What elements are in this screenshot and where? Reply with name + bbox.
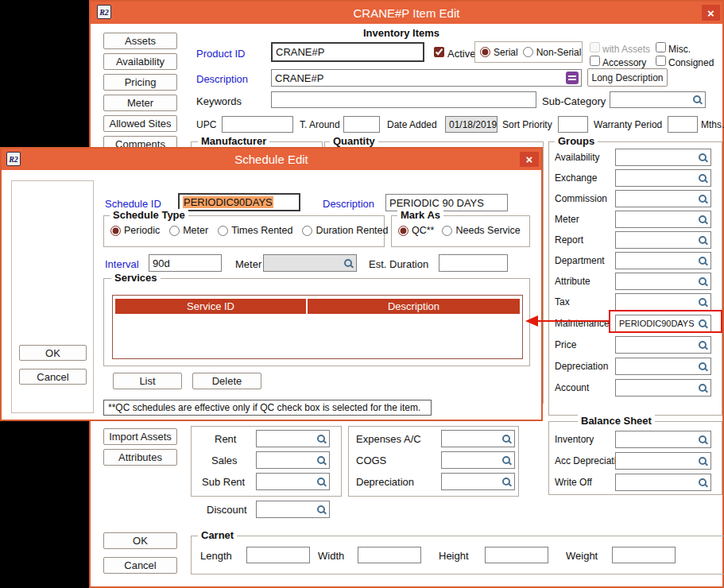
ok-button[interactable]: OK	[19, 345, 87, 361]
groups-input-attribute[interactable]	[615, 273, 711, 290]
balance-input-write-off[interactable]	[615, 474, 711, 491]
misc-checkbox[interactable]	[656, 42, 666, 52]
search-icon[interactable]	[698, 340, 708, 350]
schedule-id-input[interactable]: PERIODIC90DAYS	[178, 193, 300, 211]
groups-input-availability[interactable]	[615, 149, 711, 166]
search-icon[interactable]	[501, 455, 512, 466]
times-rented-radio[interactable]	[218, 226, 228, 236]
duration-rented-radio[interactable]	[302, 226, 312, 236]
long-description-button[interactable]: Long Description	[587, 68, 668, 87]
search-icon[interactable]	[316, 477, 327, 487]
depreciation-input[interactable]	[441, 473, 515, 490]
meter-radio[interactable]	[169, 226, 180, 236]
delete-button[interactable]: Delete	[192, 373, 261, 389]
search-icon[interactable]	[501, 434, 512, 444]
services-column-description[interactable]: Description	[308, 299, 520, 314]
search-icon[interactable]	[698, 277, 708, 287]
keywords-input[interactable]	[271, 91, 536, 108]
sales-input[interactable]	[256, 451, 330, 469]
search-icon[interactable]	[698, 173, 708, 184]
periodic-radio[interactable]	[110, 226, 121, 236]
needs-service-radio[interactable]	[442, 226, 452, 236]
interval-input[interactable]: 90d	[149, 254, 222, 272]
product-id-input[interactable]: CRANE#P	[271, 42, 424, 62]
sidebar-button-meter[interactable]: Meter	[103, 95, 177, 111]
search-icon[interactable]	[698, 153, 708, 163]
non-serial-radio[interactable]	[523, 47, 533, 57]
balance-input-acc-depreciation[interactable]	[615, 452, 711, 470]
item-edit-title-bar[interactable]: CRANE#P Item Edit R2 ×	[91, 2, 722, 24]
search-icon[interactable]	[316, 505, 327, 515]
sidebar-button-allowed-sites[interactable]: Allowed Sites	[103, 115, 177, 132]
search-icon[interactable]	[698, 235, 708, 246]
groups-input-price[interactable]	[615, 336, 711, 354]
search-icon[interactable]	[698, 215, 708, 225]
groups-input-department[interactable]	[615, 252, 711, 269]
non-serial-radio-option[interactable]: Non-Serial	[523, 47, 582, 58]
search-icon[interactable]	[698, 297, 708, 308]
est-duration-input[interactable]	[439, 254, 508, 272]
schedule-type-option-times-rented[interactable]: Times Rented	[218, 225, 292, 236]
groups-input-depreciation[interactable]	[615, 358, 711, 375]
search-icon[interactable]	[698, 435, 708, 445]
t-around-input[interactable]	[343, 116, 380, 133]
mark-as-option-qc[interactable]: QC**	[398, 225, 434, 236]
cogs-input[interactable]	[441, 451, 515, 469]
services-table[interactable]: Service ID Description	[112, 295, 523, 359]
schedule-type-option-duration-rented[interactable]: Duration Rented	[302, 225, 388, 236]
expenses-ac-input[interactable]	[441, 430, 515, 447]
cancel-button[interactable]: Cancel	[103, 557, 177, 574]
search-icon[interactable]	[698, 456, 708, 466]
search-icon[interactable]	[698, 383, 708, 393]
search-icon[interactable]	[698, 478, 708, 488]
sub-rent-input[interactable]	[256, 473, 330, 490]
serial-radio[interactable]	[480, 47, 490, 57]
services-column-service-id[interactable]: Service ID	[115, 299, 306, 314]
groups-input-exchange[interactable]	[615, 169, 711, 187]
ok-button[interactable]: OK	[103, 532, 177, 549]
groups-input-report[interactable]	[615, 231, 711, 249]
consigned-checkbox[interactable]	[656, 56, 666, 66]
services-table-body[interactable]	[115, 314, 520, 356]
sub-category-input[interactable]	[610, 91, 706, 108]
groups-input-account[interactable]	[615, 379, 711, 397]
weight-input[interactable]	[612, 547, 676, 563]
search-icon[interactable]	[501, 477, 512, 487]
balance-input-inventory[interactable]	[615, 431, 711, 448]
length-input[interactable]	[246, 547, 310, 563]
close-icon[interactable]: ×	[520, 152, 539, 167]
long-description-icon[interactable]	[566, 72, 579, 84]
schedule-edit-title-bar[interactable]: Schedule Edit R2 ×	[2, 149, 541, 170]
description-input[interactable]: CRANE#P	[271, 69, 582, 87]
rent-input[interactable]	[256, 430, 330, 447]
groups-input-commission[interactable]	[615, 190, 711, 207]
sort-priority-input[interactable]	[558, 116, 588, 133]
sidebar-button-availability[interactable]: Availability	[103, 53, 177, 70]
width-input[interactable]	[358, 547, 421, 563]
close-icon[interactable]: ×	[702, 5, 720, 21]
search-icon[interactable]	[692, 95, 703, 105]
schedule-type-option-meter[interactable]: Meter	[169, 225, 208, 236]
serial-radio-option[interactable]: Serial	[480, 47, 518, 58]
warranty-period-input[interactable]	[668, 116, 698, 133]
search-icon[interactable]	[698, 256, 708, 266]
search-icon[interactable]	[316, 455, 327, 466]
sidebar-button-assets[interactable]: Assets	[103, 33, 177, 49]
search-icon[interactable]	[698, 194, 708, 204]
sidebar-button-pricing[interactable]: Pricing	[103, 74, 177, 91]
qc-radio[interactable]	[398, 226, 408, 236]
upc-input[interactable]	[222, 116, 293, 133]
groups-input-tax[interactable]	[615, 293, 711, 311]
search-icon[interactable]	[316, 434, 327, 444]
cancel-button[interactable]: Cancel	[19, 369, 87, 385]
accessory-checkbox[interactable]	[590, 56, 600, 66]
height-input[interactable]	[485, 547, 548, 563]
active-checkbox[interactable]	[434, 47, 444, 57]
groups-input-meter[interactable]	[615, 211, 711, 228]
discount-input[interactable]	[256, 501, 330, 518]
sidebar-button-import-assets[interactable]: Import Assets	[103, 428, 177, 445]
sidebar-button-attributes[interactable]: Attributes	[103, 449, 177, 466]
schedule-type-option-periodic[interactable]: Periodic	[110, 225, 160, 236]
mark-as-option-needs-service[interactable]: Needs Service	[442, 225, 520, 236]
list-button[interactable]: List	[113, 373, 182, 389]
